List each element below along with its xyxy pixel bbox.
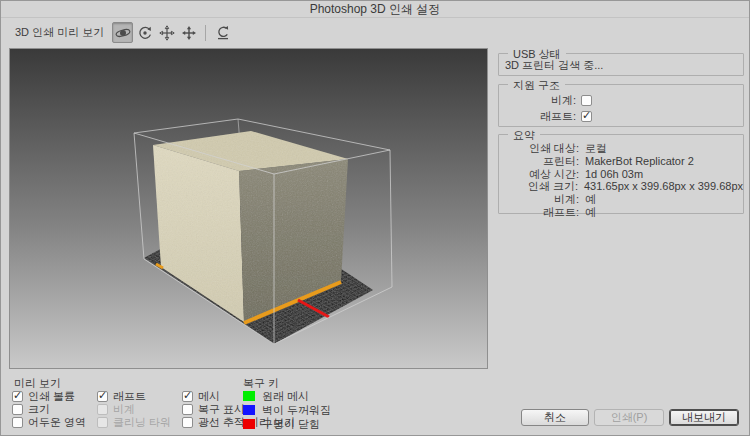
support-structure-group: 지원 구조 비계: 래프트:: [498, 84, 744, 127]
preview-options-column-1: 인쇄 볼륨 크기 어두운 영역: [12, 390, 86, 429]
summary-label: 인쇄 크기:: [499, 180, 578, 193]
summary-row: 예상 시간: 1d 06h 03m: [499, 168, 743, 181]
summary-value: 로컬: [579, 142, 607, 155]
cancel-button[interactable]: 취소: [521, 409, 589, 426]
preview-options-column-2: 래프트 비계 클리닝 타워: [97, 390, 171, 429]
3d-scene: [10, 49, 487, 368]
raft-row: 래프트:: [504, 109, 592, 124]
slide-3d-camera-button[interactable]: [178, 22, 199, 43]
scaffolding-row: 비계:: [504, 93, 592, 108]
holes-closed-swatch: [243, 419, 255, 429]
dark-areas-checkbox[interactable]: [12, 417, 23, 428]
cleaning-tower-label: 클리닝 타워: [113, 415, 171, 430]
photoshop-3d-print-settings-dialog: Photoshop 3D 인쇄 설정 3D 인쇄 미리 보기: [0, 0, 750, 436]
show-repairs-checkbox[interactable]: [182, 404, 193, 415]
roll-3d-camera-button[interactable]: [134, 22, 155, 43]
summary-value: MakerBot Replicator 2: [579, 155, 694, 168]
walls-thickened-label: 벽이 두꺼워짐: [262, 403, 331, 418]
reset-camera-icon: [215, 25, 231, 41]
summary-value: 1d 06h 03m: [579, 168, 643, 181]
summary-label: 예상 시간:: [499, 168, 579, 181]
reset-camera-button[interactable]: [212, 22, 233, 43]
print-volume-checkbox[interactable]: [12, 391, 23, 402]
size-checkbox[interactable]: [12, 404, 23, 415]
preview-toolbar: 3D 인쇄 미리 보기: [1, 18, 749, 47]
slide-3d-camera-icon: [181, 25, 197, 41]
repair-key-item: 원래 메시: [243, 389, 331, 403]
toolbar-divider: [205, 25, 206, 41]
preview-option-cleaning-tower[interactable]: 클리닝 타워: [97, 416, 171, 429]
summary-label: 비계:: [499, 193, 579, 206]
support-structure-title: 지원 구조: [508, 78, 565, 93]
summary-value: 431.65px x 399.68px x 399.68px: [578, 180, 743, 193]
cleaning-tower-checkbox[interactable]: [97, 417, 108, 428]
raft-checkbox[interactable]: [581, 111, 592, 122]
summary-label: 프린터:: [499, 155, 579, 168]
raft-label: 래프트:: [504, 109, 576, 124]
repair-key-item: 구멍이 닫힘: [243, 417, 331, 431]
summary-row: 래프트: 예: [499, 206, 743, 219]
dialog-title: Photoshop 3D 인쇄 설정: [310, 2, 441, 16]
mesh-checkbox[interactable]: [182, 391, 193, 402]
summary-value: 예: [579, 206, 596, 219]
orbit-3d-camera-icon: [115, 25, 131, 41]
ray-traced-checkbox[interactable]: [182, 417, 193, 428]
summary-title: 요약: [508, 128, 540, 143]
holes-closed-label: 구멍이 닫힘: [262, 417, 320, 432]
summary-label: 인쇄 대상:: [499, 142, 579, 155]
summary-group: 요약 인쇄 대상: 로컬 프린터: MakerBot Replicator 2 …: [498, 134, 744, 214]
scaffolding-preview-checkbox[interactable]: [97, 404, 108, 415]
summary-row: 비계: 예: [499, 193, 743, 206]
dark-areas-label: 어두운 영역: [28, 415, 86, 430]
original-mesh-swatch: [243, 391, 255, 401]
pan-3d-camera-button[interactable]: [156, 22, 177, 43]
roll-3d-camera-icon: [137, 25, 153, 41]
summary-row: 프린터: MakerBot Replicator 2: [499, 155, 743, 168]
preview-option-dark-areas[interactable]: 어두운 영역: [12, 416, 86, 429]
summary-row: 인쇄 크기: 431.65px x 399.68px x 399.68px: [499, 180, 743, 193]
usb-status-group: USB 상태 3D 프린터 검색 중...: [498, 53, 744, 76]
repair-key-legend: 원래 메시 벽이 두꺼워짐 구멍이 닫힘: [243, 389, 331, 431]
walls-thickened-swatch: [243, 405, 255, 415]
raft-preview-checkbox[interactable]: [97, 391, 108, 402]
summary-row: 인쇄 대상: 로컬: [499, 142, 743, 155]
title-bar[interactable]: Photoshop 3D 인쇄 설정: [1, 1, 749, 18]
summary-label: 래프트:: [499, 206, 579, 219]
scaffolding-label: 비계:: [504, 93, 576, 108]
pan-3d-camera-icon: [159, 25, 175, 41]
toolbar-label: 3D 인쇄 미리 보기: [15, 25, 104, 40]
print-button[interactable]: 인쇄(P): [594, 409, 664, 426]
scaffolding-checkbox[interactable]: [581, 95, 592, 106]
original-mesh-label: 원래 메시: [262, 389, 309, 404]
3d-preview-viewport[interactable]: [9, 48, 488, 369]
usb-status-message: 3D 프린터 검색 중...: [505, 58, 603, 73]
repair-key-item: 벽이 두꺼워짐: [243, 403, 331, 417]
orbit-3d-camera-button[interactable]: [112, 22, 133, 43]
summary-value: 예: [579, 193, 596, 206]
export-button[interactable]: 내보내기: [669, 409, 739, 426]
